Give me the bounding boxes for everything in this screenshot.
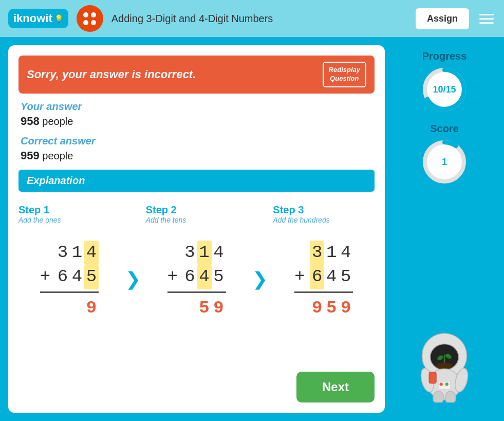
step-3-subtitle: Add the hundreds <box>273 216 375 224</box>
svg-point-17 <box>440 382 443 386</box>
s3-r2-5: 5 <box>339 265 353 289</box>
svg-point-14 <box>445 391 456 402</box>
your-answer-unit: people <box>42 116 73 127</box>
s3-r1-4: 4 <box>339 241 353 265</box>
step-1-title: Step 1 <box>18 204 120 216</box>
lesson-title: Adding 3-Digit and 4-Digit Numbers <box>111 13 407 25</box>
svg-point-6 <box>436 363 453 370</box>
dot3 <box>83 20 88 25</box>
s2-r2-5: 5 <box>212 265 226 289</box>
s1-r1-4: 4 <box>84 241 99 265</box>
svg-point-18 <box>445 382 449 386</box>
step-2-subtitle: Add the tens <box>146 216 248 224</box>
incorrect-message: Sorry, your answer is incorrect. <box>27 68 196 81</box>
dot2 <box>91 12 96 17</box>
hamburger-line3 <box>479 22 494 24</box>
s1-divider <box>40 291 99 293</box>
s3-result-9b: 9 <box>339 296 353 321</box>
s1-plus: + <box>40 265 54 289</box>
score-value: 1 <box>442 157 447 168</box>
bulb-icon: 💡 <box>54 14 63 23</box>
correct-answer-value: 959 people <box>21 149 372 162</box>
score-circle: 1 <box>421 139 468 185</box>
assign-button[interactable]: Assign <box>416 8 469 29</box>
dot4 <box>91 20 96 25</box>
redisplay-button[interactable]: RedisplayQuestion <box>323 62 366 87</box>
s3-r1-3: 3 <box>310 241 324 265</box>
explanation-header: Explanation <box>18 170 375 192</box>
step-3-math: 3 1 4 + 6 4 5 9 5 9 <box>294 241 353 321</box>
next-area: Next <box>18 372 375 402</box>
s3-result-5: 5 <box>324 296 339 321</box>
step-1-header: Step 1 Add the ones <box>18 204 120 234</box>
s1-r2-6: 6 <box>55 265 70 289</box>
refresh-icon[interactable]: ↻ <box>473 389 483 404</box>
svg-rect-15 <box>429 372 436 383</box>
s1-r1-3: 3 <box>55 241 70 265</box>
steps-area: Step 1 Add the ones 3 1 4 + 6 4 5 <box>18 199 375 364</box>
step-3: Step 3 Add the hundreds 3 1 4 + 6 4 5 <box>273 204 375 321</box>
s2-divider <box>167 291 226 293</box>
step-1-subtitle: Add the ones <box>18 216 120 224</box>
s2-r1-3: 3 <box>183 241 197 265</box>
your-answer-number: 958 <box>21 115 40 127</box>
s1-result: 9 <box>84 296 99 321</box>
header: iknowit 💡 Adding 3-Digit and 4-Digit Num… <box>0 0 504 37</box>
dot1 <box>83 12 88 17</box>
s2-plus: + <box>167 265 182 289</box>
score-label: Score <box>430 123 459 135</box>
incorrect-banner: Sorry, your answer is incorrect. Redispl… <box>18 56 375 94</box>
chevron-2: ❯ <box>252 268 268 290</box>
s1-r2-4: 4 <box>70 265 84 289</box>
step-2-title: Step 2 <box>146 204 248 216</box>
progress-label: Progress <box>422 50 467 62</box>
hamburger-line1 <box>479 14 494 15</box>
dice-dots <box>80 9 99 28</box>
dice-icon <box>77 5 103 32</box>
svg-point-13 <box>433 391 444 402</box>
step-2-math: 3 1 4 + 6 4 5 5 9 <box>167 241 226 321</box>
step-2-header: Step 2 Add the tens <box>146 204 248 234</box>
progress-value: 10/15 <box>433 84 456 95</box>
correct-answer-unit: people <box>42 150 73 161</box>
step-1-math: 3 1 4 + 6 4 5 9 <box>40 241 99 321</box>
correct-answer-number: 959 <box>21 149 40 162</box>
s3-plus: + <box>294 265 309 289</box>
step-3-title: Step 3 <box>273 204 375 216</box>
s3-divider <box>294 291 353 293</box>
progress-section: Progress 10/15 <box>421 50 468 113</box>
s3-r1-1: 1 <box>324 241 339 265</box>
your-answer-section: Your answer 958 people <box>18 101 375 128</box>
s2-r2-4: 4 <box>197 265 212 289</box>
s2-r1-1: 1 <box>197 241 212 265</box>
s3-r2-6: 6 <box>310 265 324 289</box>
hamburger-line2 <box>479 18 494 20</box>
s3-r2-4: 4 <box>324 265 339 289</box>
s2-result-5: 5 <box>197 296 212 321</box>
correct-answer-label: Correct answer <box>21 135 372 147</box>
step-3-header: Step 3 Add the hundreds <box>273 204 375 234</box>
s2-r2-6: 6 <box>183 265 197 289</box>
astronaut-area: ↻ <box>403 195 486 408</box>
s2-result-9: 9 <box>212 296 226 321</box>
score-section: Score 1 <box>421 123 468 185</box>
s1-r2-5: 5 <box>84 265 99 289</box>
step-1: Step 1 Add the ones 3 1 4 + 6 4 5 <box>18 204 120 321</box>
menu-button[interactable] <box>477 12 496 26</box>
logo-text: iknowit <box>13 12 52 25</box>
sidebar: Progress 10/15 Score 1 <box>393 45 496 413</box>
your-answer-label: Your answer <box>21 101 372 113</box>
main-area: Sorry, your answer is incorrect. Redispl… <box>0 37 504 421</box>
content-panel: Sorry, your answer is incorrect. Redispl… <box>8 45 385 413</box>
chevron-1: ❯ <box>125 268 141 290</box>
s1-r1-1: 1 <box>70 241 84 265</box>
explanation-title: Explanation <box>27 175 85 186</box>
step-2: Step 2 Add the tens 3 1 4 + 6 4 5 <box>146 204 248 321</box>
logo: iknowit 💡 <box>8 9 68 28</box>
next-button[interactable]: Next <box>296 372 375 402</box>
s2-r1-4: 4 <box>212 241 226 265</box>
progress-circle: 10/15 <box>421 66 468 113</box>
correct-answer-section: Correct answer 959 people <box>18 135 375 162</box>
s3-result-9: 9 <box>310 296 324 321</box>
your-answer-value: 958 people <box>21 115 372 128</box>
